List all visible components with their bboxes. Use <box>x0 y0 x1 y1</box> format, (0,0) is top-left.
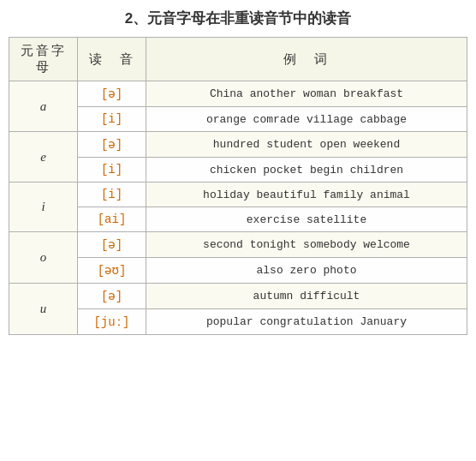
table-row: [juː]popular congratulation January <box>9 309 467 335</box>
phonetic-symbol-cell: [ə] <box>78 232 146 258</box>
example-words-cell: second tonight somebody welcome <box>146 232 467 258</box>
col-header-vowel: 元音字母 <box>9 38 78 81</box>
phonetic-symbol-cell: [ə] <box>78 284 146 309</box>
vowel-letter-cell: e <box>9 132 78 183</box>
phonetic-symbol-cell: [juː] <box>78 309 146 335</box>
example-words-cell: autumn difficult <box>146 284 467 309</box>
example-words-cell: China another woman breakfast <box>146 81 467 107</box>
col-header-phonetic: 读 音 <box>78 38 146 81</box>
phonetic-symbol-cell: [əʊ] <box>78 258 146 284</box>
table-row: [i]orange comrade village cabbage <box>9 107 467 132</box>
table-row: e[ə]hundred student open weekend <box>9 132 467 158</box>
vowel-letter-cell: u <box>9 284 78 335</box>
phonetic-symbol-cell: [ə] <box>78 81 146 107</box>
example-words-cell: popular congratulation January <box>146 309 467 335</box>
phonetic-symbol-cell: [ai] <box>78 207 146 232</box>
phonetic-symbol-cell: [i] <box>78 183 146 207</box>
table-row: a[ə]China another woman breakfast <box>9 81 467 107</box>
table-row: [ai]exercise satellite <box>9 207 467 232</box>
page-title: 2、元音字母在非重读音节中的读音 <box>125 9 351 28</box>
vowel-letter-cell: o <box>9 232 78 284</box>
table-row: [i]chicken pocket begin children <box>9 158 467 183</box>
vowel-letter-cell: i <box>9 183 78 232</box>
phonetic-symbol-cell: [ə] <box>78 132 146 158</box>
example-words-cell: also zero photo <box>146 258 467 284</box>
table-row: [əʊ]also zero photo <box>9 258 467 284</box>
phonetic-symbol-cell: [i] <box>78 107 146 132</box>
phonetic-symbol-cell: [i] <box>78 158 146 183</box>
example-words-cell: orange comrade village cabbage <box>146 107 467 132</box>
example-words-cell: exercise satellite <box>146 207 467 232</box>
table-row: o[ə]second tonight somebody welcome <box>9 232 467 258</box>
vowel-letter-cell: a <box>9 81 78 132</box>
table-row: i[i]holiday beautiful family animal <box>9 183 467 207</box>
example-words-cell: hundred student open weekend <box>146 132 467 158</box>
col-header-examples: 例 词 <box>146 38 467 81</box>
example-words-cell: holiday beautiful family animal <box>146 183 467 207</box>
table-row: u[ə]autumn difficult <box>9 284 467 309</box>
table-header-row: 元音字母 读 音 例 词 <box>9 38 467 81</box>
phonetics-table: 元音字母 读 音 例 词 a[ə]China another woman bre… <box>9 37 467 335</box>
example-words-cell: chicken pocket begin children <box>146 158 467 183</box>
